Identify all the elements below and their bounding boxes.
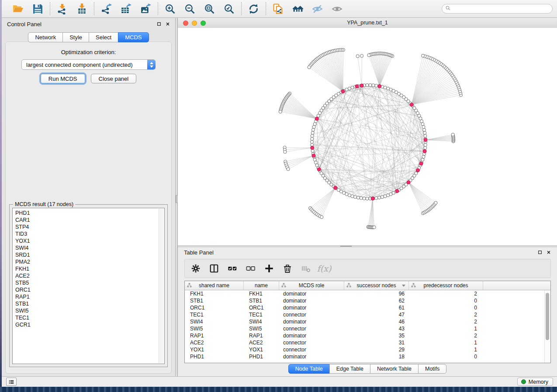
tab-node-table[interactable]: Node Table (288, 364, 330, 374)
mcds-result-node[interactable]: CAR1 (13, 217, 164, 224)
cell-predecessor-nodes: 2 (409, 319, 483, 325)
close-panel-button[interactable] (546, 250, 551, 255)
criterion-select[interactable]: largest connected component (undirected) (21, 59, 156, 70)
table-panel-header: Table Panel (178, 247, 557, 258)
export-image-button[interactable] (140, 3, 152, 15)
hide-selected-button[interactable] (311, 3, 323, 15)
cell-predecessor-nodes: 1 (409, 347, 483, 353)
export-network-button[interactable] (100, 3, 112, 15)
mcds-result-node[interactable]: STB1 (13, 300, 164, 307)
splitter-handle[interactable] (340, 246, 352, 247)
control-panel-tabs: NetworkStyleSelectMCDS (2, 32, 175, 42)
import-network-button[interactable] (56, 3, 68, 15)
plus-icon (264, 264, 274, 273)
table-body: FKH1FKH1dominator962STB1STB1dominator620… (185, 290, 550, 360)
show-all-button[interactable] (331, 3, 343, 15)
network-canvas[interactable] (178, 28, 557, 245)
network-graph[interactable] (178, 28, 557, 245)
cell-name: SWI4 (244, 319, 279, 325)
table-settings-button[interactable] (190, 263, 201, 274)
column-header-successor-nodes[interactable]: successor nodes (344, 281, 409, 290)
column-header-MCDS-role[interactable]: MCDS role (279, 281, 344, 290)
clone-network-button[interactable] (272, 3, 284, 15)
column-header-shared-name[interactable]: shared name (185, 281, 244, 290)
tab-select[interactable]: Select (89, 32, 118, 42)
show-columns-button[interactable] (208, 263, 220, 274)
table-panel-title: Table Panel (184, 249, 214, 256)
control-panel-title: Control Panel (7, 21, 42, 28)
cell-shared-name: STB1 (185, 298, 244, 304)
cell-name: ORC1 (244, 305, 279, 311)
zoom-fit-button[interactable] (204, 3, 215, 15)
mcds-result-node[interactable]: SWI4 (13, 244, 164, 251)
mcds-result-node[interactable]: TEC1 (13, 314, 164, 321)
tab-mcds[interactable]: MCDS (118, 32, 149, 42)
mcds-result-node[interactable]: TID3 (13, 230, 164, 237)
tab-style[interactable]: Style (62, 32, 89, 42)
mcds-result-node[interactable]: YOX1 (13, 237, 164, 244)
close-panel-button-mcds[interactable]: Close panel (91, 74, 137, 83)
open-file-button[interactable] (12, 3, 24, 15)
float-panel-button[interactable] (156, 22, 161, 27)
memory-button[interactable]: Memory (517, 378, 553, 386)
cell-predecessor-nodes: 2 (409, 312, 483, 318)
mcds-result-node[interactable]: FKH1 (13, 265, 164, 272)
mcds-result-node[interactable]: PHD1 (13, 210, 164, 217)
table-row[interactable]: SWI4SWI4dominator462 (185, 318, 550, 325)
sort-desc-icon (402, 285, 405, 287)
table-row[interactable]: PHD1PHD1dominator180 (185, 353, 550, 360)
table-row[interactable]: ACE2ACE2connector311 (185, 339, 550, 346)
mcds-result-node[interactable]: RAP1 (13, 293, 164, 300)
scrollbar-thumb[interactable] (546, 293, 549, 340)
tab-network[interactable]: Network (28, 32, 63, 42)
close-panel-button[interactable] (165, 22, 170, 27)
tab-edge-table[interactable]: Edge Table (329, 364, 370, 374)
table-row[interactable]: TEC1TEC1connector472 (185, 311, 550, 318)
tab-motifs[interactable]: Motifs (418, 364, 446, 374)
table-row[interactable]: RAP1RAP1dominator352 (185, 332, 550, 339)
table-scrollbar[interactable] (544, 290, 550, 363)
table-row[interactable]: FKH1FKH1dominator962 (185, 290, 550, 297)
run-mcds-button[interactable]: Run MCDS (41, 74, 85, 83)
export-image-icon (140, 3, 151, 14)
table-row[interactable]: SWI5SWI5connector431 (185, 325, 550, 332)
column-header-icon (187, 283, 192, 288)
zoom-in-button[interactable] (164, 3, 176, 15)
mcds-result-node[interactable]: STP4 (13, 224, 164, 230)
zoom-selected-button[interactable] (223, 3, 235, 15)
mcds-result-node[interactable]: SRD1 (13, 251, 164, 258)
mcds-result-node[interactable]: ORC1 (13, 286, 164, 293)
create-column-button[interactable] (263, 263, 275, 274)
deselect-all-columns-button[interactable] (245, 263, 256, 274)
delete-column-button[interactable] (282, 263, 293, 274)
search-input[interactable] (453, 5, 549, 12)
mcds-result-node[interactable]: GCR1 (13, 321, 164, 328)
first-neighbors-button[interactable] (292, 3, 304, 15)
zoom-out-button[interactable] (184, 3, 196, 15)
task-history-button[interactable] (6, 378, 17, 386)
refresh-icon (248, 3, 259, 14)
refresh-layout-button[interactable] (248, 3, 259, 15)
mcds-result-node[interactable]: PMA2 (13, 258, 164, 265)
select-all-columns-button[interactable] (227, 263, 238, 274)
list-scrollbar[interactable] (159, 209, 164, 363)
mcds-result-node[interactable]: SWI5 (13, 307, 164, 314)
float-panel-button[interactable] (537, 250, 542, 255)
import-table-button[interactable] (76, 3, 88, 15)
search-box[interactable] (442, 4, 553, 14)
export-table-button[interactable] (120, 3, 132, 15)
mcds-result-node[interactable]: ACE2 (13, 272, 164, 279)
save-icon (32, 3, 43, 14)
mcds-result-node[interactable]: STB5 (13, 279, 164, 286)
save-session-button[interactable] (32, 3, 44, 15)
tab-network-table[interactable]: Network Table (370, 364, 419, 374)
mcds-result-list[interactable]: PHD1CAR1STP4TID3YOX1SWI4SRD1PMA2FKH1ACE2… (12, 208, 165, 364)
column-header-predecessor-nodes[interactable]: predecessor nodes (409, 281, 483, 290)
column-header-name[interactable]: name (244, 281, 279, 290)
cell-mcds-role: connector (279, 347, 344, 353)
table-row[interactable]: ORC1ORC1dominator610 (185, 304, 550, 311)
table-tabs: Node TableEdge TableNetwork TableMotifs (178, 364, 557, 374)
table-row[interactable]: STB1STB1dominator620 (185, 297, 550, 304)
fx-icon: f(x) (317, 264, 332, 273)
table-row[interactable]: YOX1YOX1connector291 (185, 346, 550, 353)
